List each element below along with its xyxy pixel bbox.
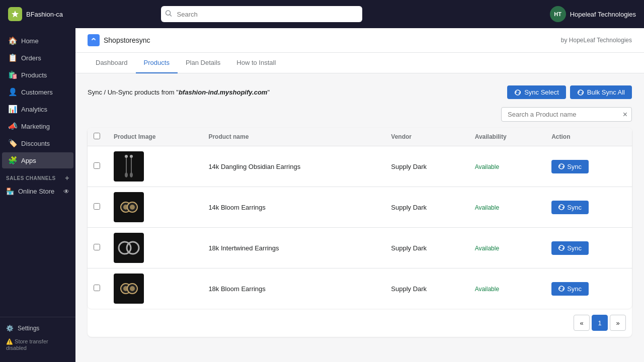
orders-icon: 📋	[8, 53, 17, 62]
sidebar-item-products[interactable]: 🛍️ Products	[2, 67, 73, 83]
company-name: Hopeleaf Technologies	[570, 11, 636, 18]
sidebar-item-customers[interactable]: 👤 Customers	[2, 84, 73, 100]
products-content: Sync / Un-Sync products from "bfashion-i…	[75, 73, 644, 349]
customers-icon: 👤	[8, 87, 17, 97]
pagination-current[interactable]: 1	[592, 315, 608, 331]
tab-how-to-install[interactable]: How to Install	[228, 53, 284, 73]
svg-point-7	[125, 172, 128, 177]
row-sync-icon	[558, 286, 565, 292]
row-vendor: Supply Dark	[385, 228, 468, 268]
sync-title: Sync / Un-Sync products from "bfashion-i…	[88, 88, 270, 96]
store-transfer-icon: ⚠️	[6, 338, 13, 344]
product-image	[114, 274, 144, 304]
sidebar-item-label: Apps	[21, 157, 36, 164]
sidebar-item-marketing[interactable]: 📣 Marketing	[2, 118, 73, 134]
row-checkbox[interactable]	[94, 162, 100, 169]
row-vendor: Supply Dark	[385, 187, 468, 228]
clear-search-icon[interactable]: ×	[623, 110, 627, 119]
row-checkbox[interactable]	[94, 285, 100, 291]
select-all-checkbox[interactable]	[94, 133, 100, 139]
table-row: 14k Bloom Earrings Supply Dark Available	[88, 187, 632, 228]
table-header-row: Product Image Product name Vendor Availa…	[88, 128, 632, 146]
row-action: Sync	[545, 268, 632, 309]
tab-products[interactable]: Products	[136, 53, 178, 73]
online-store-left: 🏪 Online Store	[6, 188, 54, 195]
sidebar-item-online-store[interactable]: 🏪 Online Store 👁	[0, 184, 75, 199]
row-product-name: 14k Bloom Earrings	[202, 187, 385, 228]
row-sync-icon	[558, 163, 565, 169]
sidebar-item-analytics[interactable]: 📊 Analytics	[2, 101, 73, 117]
svg-point-18	[130, 286, 135, 291]
bulk-sync-button[interactable]: Bulk Sync All	[570, 85, 632, 99]
tab-dashboard[interactable]: Dashboard	[88, 53, 136, 73]
svg-point-5	[125, 155, 128, 158]
sidebar-bottom: ⚙️ Settings ⚠️ Store transfer disabled	[0, 317, 75, 358]
sidebar-item-label: Discounts	[21, 140, 50, 147]
sync-buttons: Sync Select Bulk Sync All	[507, 85, 632, 99]
sidebar: 🏠 Home 📋 Orders 🛍️ Products 👤 Customers …	[0, 28, 75, 362]
row-image-cell	[108, 268, 202, 309]
row-product-name: 18k Intertwined Earrings	[202, 228, 385, 268]
svg-point-8	[130, 172, 133, 177]
row-checkbox-cell	[88, 187, 108, 228]
row-sync-icon	[558, 245, 565, 251]
sidebar-item-discounts[interactable]: 🏷️ Discounts	[2, 135, 73, 151]
row-availability: Available	[469, 187, 546, 228]
top-navigation: BFashion-ca HT Hopeleaf Technologies	[0, 0, 644, 28]
tab-plan-details[interactable]: Plan Details	[178, 53, 228, 73]
sidebar-item-label: Analytics	[21, 106, 47, 113]
row-sync-button[interactable]: Sync	[551, 201, 589, 214]
product-search-wrap: ×	[88, 107, 632, 122]
store-name: BFashion-ca	[26, 11, 63, 18]
add-channel-icon[interactable]: +	[65, 174, 69, 182]
row-product-name: 14k Dangling Obsidian Earrings	[202, 146, 385, 187]
eye-icon: 👁	[63, 188, 69, 195]
apps-icon: 🧩	[8, 156, 17, 165]
row-availability: Available	[469, 268, 546, 309]
row-checkbox[interactable]	[94, 203, 100, 210]
avatar[interactable]: HT	[550, 6, 566, 22]
store-icon	[8, 7, 22, 21]
sync-select-button[interactable]: Sync Select	[507, 85, 566, 99]
product-search-input[interactable]	[506, 108, 623, 121]
header-vendor: Vendor	[385, 128, 468, 146]
main-content: Shopstoresync by HopeLeaf Technologies D…	[75, 28, 644, 362]
row-sync-button[interactable]: Sync	[551, 160, 589, 173]
pagination-prev[interactable]: «	[574, 315, 590, 331]
header-availability: Availability	[469, 128, 546, 146]
app-title: Shopstoresync	[88, 34, 150, 46]
store-logo[interactable]: BFashion-ca	[8, 7, 63, 21]
row-availability: Available	[469, 146, 546, 187]
product-image	[114, 233, 144, 263]
row-sync-button[interactable]: Sync	[551, 241, 589, 255]
app-tabs: Dashboard Products Plan Details How to I…	[75, 53, 644, 73]
settings-label: Settings	[18, 325, 39, 332]
row-checkbox-cell	[88, 228, 108, 268]
sync-select-label: Sync Select	[524, 88, 559, 96]
sidebar-item-settings[interactable]: ⚙️ Settings	[0, 321, 75, 335]
header-action: Action	[545, 128, 632, 146]
sidebar-item-orders[interactable]: 📋 Orders	[2, 50, 73, 66]
sidebar-item-home[interactable]: 🏠 Home	[2, 33, 73, 49]
svg-point-6	[130, 155, 133, 158]
app-name: Shopstoresync	[104, 36, 150, 44]
products-table-wrapper: Product Image Product name Vendor Availa…	[88, 128, 632, 337]
row-image-cell	[108, 228, 202, 268]
online-store-label: Online Store	[18, 188, 54, 195]
products-icon: 🛍️	[8, 70, 17, 79]
discounts-icon: 🏷️	[8, 139, 17, 148]
top-nav-right: HT Hopeleaf Technologies	[550, 6, 636, 22]
row-checkbox[interactable]	[94, 244, 100, 250]
sales-channels-label: SALES CHANNELS	[6, 175, 56, 181]
row-sync-button[interactable]: Sync	[551, 282, 589, 296]
product-image	[114, 192, 144, 222]
search-input[interactable]	[161, 6, 362, 22]
marketing-icon: 📣	[8, 122, 17, 131]
table-row: 18k Intertwined Earrings Supply Dark Ava…	[88, 228, 632, 268]
pagination-next[interactable]: »	[610, 315, 626, 331]
sidebar-item-apps[interactable]: 🧩 Apps	[2, 152, 73, 168]
header-product-name: Product name	[202, 128, 385, 146]
row-action: Sync	[545, 228, 632, 268]
products-table: Product Image Product name Vendor Availa…	[88, 128, 632, 309]
sidebar-item-label: Home	[21, 37, 39, 45]
